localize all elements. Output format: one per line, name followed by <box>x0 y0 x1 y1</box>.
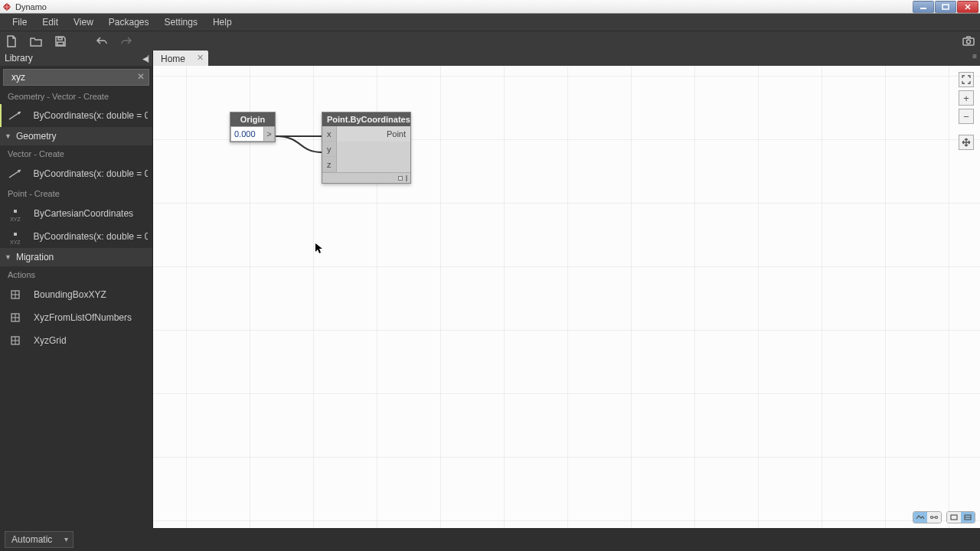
tab-bar: Home ✕ ≡ <box>153 51 980 66</box>
status-bar: Automatic <box>0 528 980 551</box>
library-title: Library <box>5 53 33 64</box>
lib-item-bycoordinates-point[interactable]: XYZ ByCoordinates(x: double = 0 <box>0 225 152 248</box>
redo-button[interactable] <box>119 34 133 48</box>
titlebar: Dynamo <box>0 0 980 14</box>
lib-label: XyzFromListOfNumbers <box>34 312 132 323</box>
origin-value-input[interactable]: 0.000 <box>230 126 264 142</box>
lib-label: BoundingBoxXYZ <box>34 289 106 300</box>
breadcrumb-top: Geometry - Vector - Create <box>0 89 152 104</box>
node-footer <box>322 172 410 183</box>
vector-icon <box>5 163 26 184</box>
tabs-menu-icon[interactable]: ≡ <box>969 51 980 66</box>
category-geometry[interactable]: ▼ Geometry <box>0 127 152 145</box>
svg-rect-4 <box>57 42 64 45</box>
lib-item-xyzgrid[interactable]: XyzGrid <box>0 329 152 352</box>
zoom-in-button[interactable]: + <box>959 90 974 106</box>
chevron-down-icon: ▼ <box>5 253 11 261</box>
node-handle-icon[interactable] <box>406 175 407 181</box>
run-mode-select[interactable]: Automatic <box>5 531 74 548</box>
canvas-controls: + − <box>959 72 974 150</box>
lib-item-boundingboxxyz[interactable]: BoundingBoxXYZ <box>0 283 152 306</box>
svg-rect-1 <box>942 5 949 9</box>
tab-home[interactable]: Home ✕ <box>153 51 208 66</box>
svg-rect-26 <box>951 515 957 520</box>
library-collapse-icon[interactable]: ◀| <box>142 54 148 63</box>
lib-label: XyzGrid <box>34 335 67 346</box>
menu-packages[interactable]: Packages <box>101 15 157 29</box>
package-icon <box>5 330 26 351</box>
input-port-x[interactable]: x <box>322 126 337 142</box>
point-icon: XYZ <box>5 203 26 224</box>
origin-output-port[interactable]: > <box>264 126 275 142</box>
cursor-icon <box>315 243 323 254</box>
menu-edit[interactable]: Edit <box>34 15 66 29</box>
wire-layer <box>153 66 980 528</box>
category-label: Migration <box>16 252 54 262</box>
menu-file[interactable]: File <box>5 15 34 29</box>
window-maximize-button[interactable] <box>935 1 956 13</box>
graph-canvas[interactable]: Origin 0.000 > Point.ByCoordinates x y z… <box>153 66 980 528</box>
new-file-button[interactable] <box>5 34 18 48</box>
nav-2d-button[interactable] <box>961 512 975 523</box>
lib-label: ByCoordinates(x: double = 0 <box>34 231 148 242</box>
tab-label: Home <box>161 54 185 64</box>
run-mode-label: Automatic <box>11 534 52 545</box>
lib-label: ByCoordinates(x: double = 0 <box>34 110 148 121</box>
chevron-down-icon: ▼ <box>5 132 11 140</box>
menubar: File Edit View Packages Settings Help <box>0 14 980 31</box>
search-clear-icon[interactable]: ✕ <box>136 71 146 82</box>
menu-help[interactable]: Help <box>205 15 240 29</box>
point-icon: XYZ <box>5 226 26 247</box>
breadcrumb-point: Point - Create <box>0 185 152 202</box>
open-file-button[interactable] <box>29 34 43 48</box>
lib-item-bycoordinates-vector[interactable]: ByCoordinates(x: double = 0 <box>0 162 152 185</box>
lib-label: ByCoordinates(x: double = 0 <box>34 168 148 179</box>
svg-point-24 <box>936 517 938 519</box>
nav-3d-button[interactable] <box>947 512 961 523</box>
library-search-input[interactable] <box>3 69 149 86</box>
svg-rect-13 <box>14 233 17 236</box>
input-port-z[interactable]: z <box>322 157 337 172</box>
tab-close-icon[interactable]: ✕ <box>197 53 204 63</box>
breadcrumb-vector: Vector - Create <box>0 145 152 162</box>
library-panel: Library ◀| ✕ Geometry - Vector - Create … <box>0 51 153 528</box>
lacing-icon[interactable] <box>398 176 403 181</box>
svg-rect-12 <box>14 210 17 213</box>
view-toggle <box>913 511 975 523</box>
window-title: Dynamo <box>15 2 912 11</box>
breadcrumb-actions: Actions <box>0 266 152 283</box>
lib-item-bycartesiancoordinates[interactable]: XYZ ByCartesianCoordinates <box>0 202 152 225</box>
undo-button[interactable] <box>95 34 109 48</box>
lib-item-bycoordinates-vector-top[interactable]: ByCoordinates(x: double = 0 <box>0 104 152 127</box>
node-header[interactable]: Origin <box>230 112 275 126</box>
node-point-bycoordinates[interactable]: Point.ByCoordinates x y z Point <box>322 112 411 184</box>
geometry-view-button[interactable] <box>913 512 927 523</box>
zoom-out-button[interactable]: − <box>959 109 974 124</box>
library-header: Library ◀| <box>0 51 152 66</box>
svg-point-7 <box>967 40 971 44</box>
toolbar <box>0 31 980 51</box>
node-origin[interactable]: Origin 0.000 > <box>230 112 276 142</box>
vector-icon <box>5 105 26 126</box>
category-migration[interactable]: ▼ Migration <box>0 248 152 266</box>
node-header[interactable]: Point.ByCoordinates <box>322 112 410 126</box>
window-minimize-button[interactable] <box>913 1 934 13</box>
svg-point-23 <box>931 517 933 519</box>
app-icon <box>2 2 12 12</box>
lib-item-xyzfromlistofnumbers[interactable]: XyzFromListOfNumbers <box>0 306 152 329</box>
input-port-y[interactable]: y <box>322 142 337 157</box>
pan-button[interactable] <box>959 135 974 150</box>
fit-view-button[interactable] <box>959 72 974 87</box>
package-icon <box>5 284 26 305</box>
menu-view[interactable]: View <box>66 15 101 29</box>
graph-view-button[interactable] <box>927 512 941 523</box>
category-label: Geometry <box>16 131 57 142</box>
lib-label: ByCartesianCoordinates <box>34 208 133 219</box>
package-icon <box>5 307 26 328</box>
save-file-button[interactable] <box>54 34 67 48</box>
window-close-button[interactable] <box>957 1 978 13</box>
svg-rect-5 <box>58 37 62 40</box>
output-port-point[interactable]: Point <box>337 126 411 142</box>
screenshot-button[interactable] <box>962 34 975 48</box>
menu-settings[interactable]: Settings <box>157 15 205 29</box>
